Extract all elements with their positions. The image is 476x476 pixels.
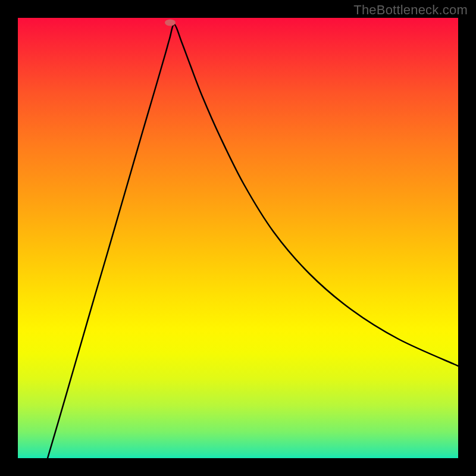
chart-container: TheBottleneck.com: [0, 0, 476, 476]
plot-area: [18, 18, 458, 458]
curve-svg: [18, 18, 458, 458]
bottleneck-curve: [48, 24, 458, 458]
watermark-text: TheBottleneck.com: [353, 2, 468, 18]
optimum-marker: [165, 20, 176, 26]
